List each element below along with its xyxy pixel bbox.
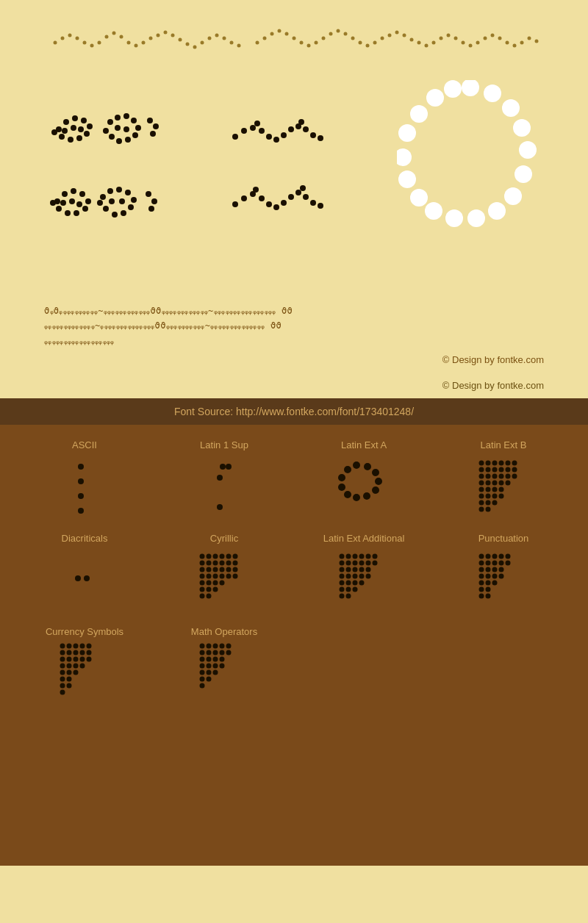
text-line-3: ᵩᵩᵩᵩᵩᵩᵩᵩᵩᵩᵩᵩᵩᵩᵩᵩᵩᵩ [44,334,544,348]
svg-point-172 [226,464,232,470]
glyph-label-latinextb: Latin Ext B [481,439,527,450]
svg-point-29 [278,29,282,33]
svg-point-119 [151,198,157,204]
latinexta-glyph-svg [334,459,393,518]
svg-point-239 [220,567,225,572]
svg-point-299 [486,567,491,572]
svg-point-231 [207,561,212,566]
svg-point-289 [486,554,491,559]
svg-point-318 [60,650,65,656]
svg-point-73 [59,134,65,140]
svg-point-145 [310,200,316,206]
svg-point-358 [200,670,205,675]
svg-point-294 [486,561,491,566]
svg-point-296 [499,561,504,566]
latin1sup-glyph-svg [209,459,239,518]
svg-point-99 [74,210,79,216]
svg-point-49 [425,44,429,48]
svg-point-128 [288,126,294,132]
svg-point-183 [338,484,345,491]
svg-point-274 [340,574,345,579]
svg-point-4 [83,41,87,45]
glyph-cell-latin1sup: Latin 1 Sup [162,439,287,518]
svg-point-158 [445,209,463,227]
svg-point-107 [107,188,113,194]
svg-point-148 [300,185,306,191]
svg-point-249 [207,581,212,586]
svg-point-123 [250,125,256,131]
svg-point-200 [492,474,498,479]
svg-point-104 [69,198,75,204]
svg-point-222 [75,575,81,581]
glyphs-grid: ASCII Latin 1 Sup [22,439,566,705]
svg-point-72 [68,137,74,143]
svg-point-262 [373,554,378,559]
svg-point-178 [375,478,382,485]
svg-point-268 [373,561,378,566]
top-section [0,0,588,296]
svg-point-210 [486,487,491,492]
svg-point-81 [131,118,137,123]
svg-point-308 [492,581,498,586]
latinextadd-glyph-svg [338,553,390,611]
svg-point-101 [56,206,62,212]
svg-point-167 [78,464,84,470]
glyph-row-1 [44,80,544,259]
svg-point-180 [363,492,370,500]
credit-line: © Design by fontke.com [0,376,588,398]
svg-point-45 [395,31,399,35]
svg-point-92 [150,131,156,137]
svg-point-194 [492,467,498,473]
svg-point-41 [366,44,370,48]
svg-point-266 [359,561,365,566]
svg-point-3 [76,37,79,40]
svg-point-362 [207,677,212,682]
svg-point-278 [366,574,371,579]
svg-point-33 [307,44,311,48]
svg-point-57 [484,37,487,40]
svg-point-186 [479,461,484,466]
svg-point-159 [425,202,442,220]
svg-point-322 [87,650,92,656]
svg-point-113 [112,212,118,218]
svg-point-105 [76,201,82,207]
svg-point-47 [410,38,414,42]
svg-point-165 [426,89,444,107]
svg-point-265 [353,561,358,566]
svg-point-185 [344,466,351,473]
svg-point-190 [506,461,511,466]
svg-point-226 [213,554,218,559]
credit-label: © Design by fontke.com [442,380,544,391]
svg-point-108 [116,187,122,193]
svg-point-125 [266,134,272,140]
glyph-label-punctuation: Punctuation [478,533,529,544]
svg-point-305 [499,574,504,579]
svg-point-363 [200,683,205,689]
middle-section: ϑᵩϑᵩᵩᵩᵩᵩᵩᵩᵩᵩᵩ~ᵩᵩᵩᵩᵩᵩᵩᵩᵩᵩᵩᵩϑϑᵩᵩᵩᵩᵩᵩᵩᵩᵩᵩᵩᵩ… [0,296,588,376]
svg-point-22 [215,34,219,37]
svg-point-138 [259,195,265,201]
svg-point-217 [479,500,484,506]
svg-point-60 [506,41,509,45]
svg-point-162 [397,148,412,166]
glyph-label-latinextadditional: Latin Ext Additional [323,533,405,544]
svg-point-176 [364,463,371,470]
svg-point-91 [153,123,159,129]
svg-point-136 [241,195,247,201]
svg-point-95 [71,188,76,194]
svg-point-120 [148,206,154,212]
glyph-cell-currency: Currency Symbols [22,626,147,705]
svg-point-269 [340,567,345,572]
svg-point-309 [479,587,484,592]
svg-point-241 [233,567,238,572]
svg-point-116 [109,198,115,204]
svg-point-169 [78,493,84,499]
svg-point-281 [353,581,358,586]
svg-point-0 [54,41,57,45]
svg-point-139 [266,201,272,207]
svg-point-21 [208,37,212,40]
glyph-butterfly-2 [44,181,162,232]
svg-point-215 [492,494,498,499]
svg-point-9 [120,35,123,39]
text-line-1: ϑᵩϑᵩᵩᵩᵩᵩᵩᵩᵩᵩᵩ~ᵩᵩᵩᵩᵩᵩᵩᵩᵩᵩᵩᵩϑϑᵩᵩᵩᵩᵩᵩᵩᵩᵩᵩᵩᵩ… [44,304,544,318]
